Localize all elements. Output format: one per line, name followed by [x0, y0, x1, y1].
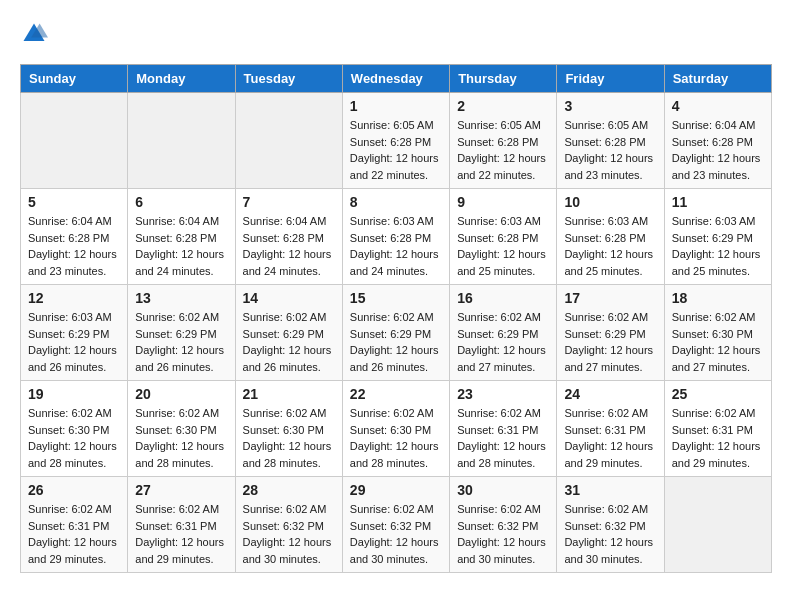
- day-info: Sunrise: 6:03 AM Sunset: 6:28 PM Dayligh…: [457, 213, 549, 279]
- day-number: 7: [243, 194, 335, 210]
- day-info: Sunrise: 6:05 AM Sunset: 6:28 PM Dayligh…: [564, 117, 656, 183]
- day-number: 9: [457, 194, 549, 210]
- day-info: Sunrise: 6:04 AM Sunset: 6:28 PM Dayligh…: [672, 117, 764, 183]
- header-day-friday: Friday: [557, 65, 664, 93]
- day-info: Sunrise: 6:04 AM Sunset: 6:28 PM Dayligh…: [135, 213, 227, 279]
- day-number: 2: [457, 98, 549, 114]
- header-row: SundayMondayTuesdayWednesdayThursdayFrid…: [21, 65, 772, 93]
- header-day-saturday: Saturday: [664, 65, 771, 93]
- day-number: 10: [564, 194, 656, 210]
- day-info: Sunrise: 6:02 AM Sunset: 6:29 PM Dayligh…: [350, 309, 442, 375]
- day-info: Sunrise: 6:04 AM Sunset: 6:28 PM Dayligh…: [243, 213, 335, 279]
- header-day-monday: Monday: [128, 65, 235, 93]
- calendar-cell: 7Sunrise: 6:04 AM Sunset: 6:28 PM Daylig…: [235, 189, 342, 285]
- week-row-1: 1Sunrise: 6:05 AM Sunset: 6:28 PM Daylig…: [21, 93, 772, 189]
- calendar-cell: 21Sunrise: 6:02 AM Sunset: 6:30 PM Dayli…: [235, 381, 342, 477]
- calendar-cell: 22Sunrise: 6:02 AM Sunset: 6:30 PM Dayli…: [342, 381, 449, 477]
- calendar-cell: 2Sunrise: 6:05 AM Sunset: 6:28 PM Daylig…: [450, 93, 557, 189]
- calendar-cell: 18Sunrise: 6:02 AM Sunset: 6:30 PM Dayli…: [664, 285, 771, 381]
- day-number: 3: [564, 98, 656, 114]
- day-info: Sunrise: 6:03 AM Sunset: 6:28 PM Dayligh…: [350, 213, 442, 279]
- calendar-cell: 9Sunrise: 6:03 AM Sunset: 6:28 PM Daylig…: [450, 189, 557, 285]
- day-number: 18: [672, 290, 764, 306]
- day-number: 1: [350, 98, 442, 114]
- calendar-cell: [235, 93, 342, 189]
- day-number: 15: [350, 290, 442, 306]
- day-number: 12: [28, 290, 120, 306]
- calendar-cell: 3Sunrise: 6:05 AM Sunset: 6:28 PM Daylig…: [557, 93, 664, 189]
- calendar-cell: 15Sunrise: 6:02 AM Sunset: 6:29 PM Dayli…: [342, 285, 449, 381]
- header-day-thursday: Thursday: [450, 65, 557, 93]
- day-info: Sunrise: 6:02 AM Sunset: 6:30 PM Dayligh…: [243, 405, 335, 471]
- day-info: Sunrise: 6:02 AM Sunset: 6:30 PM Dayligh…: [28, 405, 120, 471]
- day-number: 30: [457, 482, 549, 498]
- calendar-cell: 27Sunrise: 6:02 AM Sunset: 6:31 PM Dayli…: [128, 477, 235, 573]
- week-row-5: 26Sunrise: 6:02 AM Sunset: 6:31 PM Dayli…: [21, 477, 772, 573]
- day-number: 13: [135, 290, 227, 306]
- day-number: 24: [564, 386, 656, 402]
- day-number: 17: [564, 290, 656, 306]
- logo: [20, 20, 52, 48]
- calendar-cell: 10Sunrise: 6:03 AM Sunset: 6:28 PM Dayli…: [557, 189, 664, 285]
- day-info: Sunrise: 6:02 AM Sunset: 6:31 PM Dayligh…: [135, 501, 227, 567]
- calendar-cell: 29Sunrise: 6:02 AM Sunset: 6:32 PM Dayli…: [342, 477, 449, 573]
- week-row-3: 12Sunrise: 6:03 AM Sunset: 6:29 PM Dayli…: [21, 285, 772, 381]
- day-info: Sunrise: 6:02 AM Sunset: 6:32 PM Dayligh…: [243, 501, 335, 567]
- day-number: 4: [672, 98, 764, 114]
- day-info: Sunrise: 6:02 AM Sunset: 6:30 PM Dayligh…: [135, 405, 227, 471]
- calendar-cell: 26Sunrise: 6:02 AM Sunset: 6:31 PM Dayli…: [21, 477, 128, 573]
- day-info: Sunrise: 6:02 AM Sunset: 6:31 PM Dayligh…: [28, 501, 120, 567]
- day-number: 11: [672, 194, 764, 210]
- day-info: Sunrise: 6:05 AM Sunset: 6:28 PM Dayligh…: [350, 117, 442, 183]
- day-info: Sunrise: 6:02 AM Sunset: 6:29 PM Dayligh…: [243, 309, 335, 375]
- day-info: Sunrise: 6:02 AM Sunset: 6:29 PM Dayligh…: [135, 309, 227, 375]
- calendar-cell: 25Sunrise: 6:02 AM Sunset: 6:31 PM Dayli…: [664, 381, 771, 477]
- day-number: 21: [243, 386, 335, 402]
- day-number: 27: [135, 482, 227, 498]
- header-day-tuesday: Tuesday: [235, 65, 342, 93]
- calendar-cell: 16Sunrise: 6:02 AM Sunset: 6:29 PM Dayli…: [450, 285, 557, 381]
- day-info: Sunrise: 6:02 AM Sunset: 6:31 PM Dayligh…: [564, 405, 656, 471]
- day-number: 16: [457, 290, 549, 306]
- day-info: Sunrise: 6:02 AM Sunset: 6:32 PM Dayligh…: [457, 501, 549, 567]
- day-info: Sunrise: 6:05 AM Sunset: 6:28 PM Dayligh…: [457, 117, 549, 183]
- day-info: Sunrise: 6:02 AM Sunset: 6:29 PM Dayligh…: [564, 309, 656, 375]
- day-info: Sunrise: 6:03 AM Sunset: 6:28 PM Dayligh…: [564, 213, 656, 279]
- day-number: 6: [135, 194, 227, 210]
- day-number: 25: [672, 386, 764, 402]
- day-number: 20: [135, 386, 227, 402]
- header-day-sunday: Sunday: [21, 65, 128, 93]
- calendar-table: SundayMondayTuesdayWednesdayThursdayFrid…: [20, 64, 772, 573]
- calendar-cell: 6Sunrise: 6:04 AM Sunset: 6:28 PM Daylig…: [128, 189, 235, 285]
- calendar-cell: 12Sunrise: 6:03 AM Sunset: 6:29 PM Dayli…: [21, 285, 128, 381]
- day-info: Sunrise: 6:02 AM Sunset: 6:29 PM Dayligh…: [457, 309, 549, 375]
- calendar-cell: 5Sunrise: 6:04 AM Sunset: 6:28 PM Daylig…: [21, 189, 128, 285]
- calendar-cell: 8Sunrise: 6:03 AM Sunset: 6:28 PM Daylig…: [342, 189, 449, 285]
- calendar-cell: 4Sunrise: 6:04 AM Sunset: 6:28 PM Daylig…: [664, 93, 771, 189]
- calendar-cell: 31Sunrise: 6:02 AM Sunset: 6:32 PM Dayli…: [557, 477, 664, 573]
- day-number: 23: [457, 386, 549, 402]
- day-number: 22: [350, 386, 442, 402]
- day-number: 5: [28, 194, 120, 210]
- calendar-cell: 30Sunrise: 6:02 AM Sunset: 6:32 PM Dayli…: [450, 477, 557, 573]
- calendar-cell: 17Sunrise: 6:02 AM Sunset: 6:29 PM Dayli…: [557, 285, 664, 381]
- day-number: 29: [350, 482, 442, 498]
- calendar-cell: 24Sunrise: 6:02 AM Sunset: 6:31 PM Dayli…: [557, 381, 664, 477]
- calendar-cell: 20Sunrise: 6:02 AM Sunset: 6:30 PM Dayli…: [128, 381, 235, 477]
- day-number: 19: [28, 386, 120, 402]
- calendar-cell: 13Sunrise: 6:02 AM Sunset: 6:29 PM Dayli…: [128, 285, 235, 381]
- day-info: Sunrise: 6:02 AM Sunset: 6:31 PM Dayligh…: [672, 405, 764, 471]
- logo-icon: [20, 20, 48, 48]
- header-day-wednesday: Wednesday: [342, 65, 449, 93]
- day-info: Sunrise: 6:02 AM Sunset: 6:31 PM Dayligh…: [457, 405, 549, 471]
- day-number: 31: [564, 482, 656, 498]
- calendar-cell: [128, 93, 235, 189]
- calendar-cell: [21, 93, 128, 189]
- day-info: Sunrise: 6:02 AM Sunset: 6:32 PM Dayligh…: [350, 501, 442, 567]
- week-row-2: 5Sunrise: 6:04 AM Sunset: 6:28 PM Daylig…: [21, 189, 772, 285]
- day-number: 28: [243, 482, 335, 498]
- calendar-header: SundayMondayTuesdayWednesdayThursdayFrid…: [21, 65, 772, 93]
- day-info: Sunrise: 6:02 AM Sunset: 6:30 PM Dayligh…: [672, 309, 764, 375]
- day-info: Sunrise: 6:02 AM Sunset: 6:32 PM Dayligh…: [564, 501, 656, 567]
- day-info: Sunrise: 6:02 AM Sunset: 6:30 PM Dayligh…: [350, 405, 442, 471]
